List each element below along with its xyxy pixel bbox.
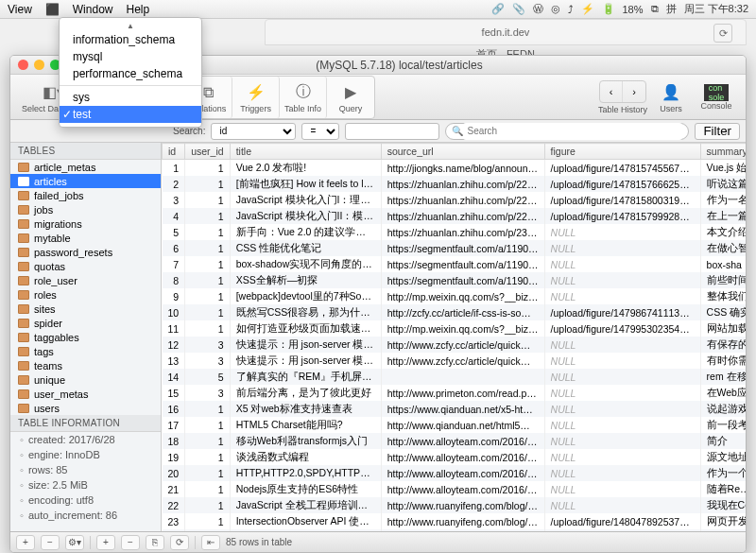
column-title[interactable]: title (230, 144, 381, 160)
table-quotas[interactable]: quotas (10, 259, 161, 273)
column-id[interactable]: id (163, 144, 185, 160)
table-row[interactable]: 61CSS 性能优化笔记https://segmentfault.com/a/1… (163, 240, 747, 256)
table-taggables[interactable]: taggables (10, 330, 161, 344)
filter-operator-select[interactable]: = (301, 123, 339, 140)
table-row[interactable]: 153前后端分离，是为了彼此更好http://www.primeton.com/… (163, 385, 747, 401)
menubar-status-item[interactable]: 🔋 (602, 3, 615, 15)
remove-row-button[interactable]: − (121, 535, 140, 550)
db-option-performance_schema[interactable]: performance_schema (60, 65, 201, 82)
history-nav[interactable]: ‹› (599, 80, 646, 103)
table-row[interactable]: 71box-shadow实现不同角度的投影https://segmentfaul… (163, 256, 747, 272)
close-icon[interactable] (18, 60, 28, 70)
table-info-header: TABLE INFORMATION (10, 415, 161, 432)
table-role_user[interactable]: role_user (10, 273, 161, 287)
filter-value-input[interactable] (345, 123, 439, 140)
table-icon (18, 276, 29, 285)
table-tags[interactable]: tags (10, 344, 161, 358)
db-option-test[interactable]: test (60, 106, 201, 123)
table-mytable[interactable]: mytable (10, 231, 161, 245)
table-teams[interactable]: teams (10, 358, 161, 372)
menubar-status-item[interactable]: Ⓦ (533, 2, 543, 16)
table-row[interactable]: 123快速提示：用 json-server 模拟RES…http://www.z… (163, 337, 747, 353)
table-row[interactable]: 181移动Web利器transformjs入门http://www.alloyt… (163, 433, 747, 449)
scroll-up-icon[interactable]: ▲ (60, 22, 201, 31)
table-row[interactable]: 31JavaScript 模块化入门I：理解模块https://zhuanlan… (163, 192, 747, 208)
table-row[interactable]: 241中文技术文档的写作规范http://www.ruanyifeng.com/… (163, 529, 747, 531)
table-row[interactable]: 81XSS全解析—初探https://segmentfault.com/a/11… (163, 272, 747, 288)
table-row[interactable]: 231IntersectionObserver API 使用教程http://w… (163, 513, 747, 529)
filter-button[interactable]: Filter (695, 123, 740, 140)
data-table[interactable]: iduser_idtitlesource_urlfiguresummary 11… (162, 143, 746, 531)
minimize-icon[interactable] (34, 60, 44, 70)
table-row[interactable]: 21[前端也疯狂] How it feels to learn J…https:… (163, 176, 747, 192)
reload-button[interactable]: ⟳ (170, 535, 189, 550)
tab-table-info[interactable]: ⓘTable Info (280, 77, 327, 118)
table-spider[interactable]: spider (10, 316, 161, 330)
table-info-item: size: 2.5 MiB (10, 477, 161, 493)
table-articles[interactable]: articles (10, 174, 161, 188)
tab-query[interactable]: ▶Query (327, 77, 374, 118)
table-row[interactable]: 191谈浅函数式编程http://www.alloyteam.com/2016/… (163, 449, 747, 465)
menubar-status-item[interactable]: ⚡ (581, 3, 594, 15)
table-row[interactable]: 201HTTP,HTTP2.0,SPDY,HTTPS你应该该…http://ww… (163, 465, 747, 481)
tables-header: TABLES (10, 143, 161, 160)
db-option-sys[interactable]: sys (60, 89, 201, 106)
table-row[interactable]: 111如何打造亚秒级页面加载速度的网店？http://mp.weixin.qq.… (163, 320, 747, 337)
table-failed_jobs[interactable]: failed_jobs (10, 188, 161, 202)
filter-column-select[interactable]: id (211, 123, 296, 140)
database-dropdown[interactable]: ▲ information_schemamysqlperformance_sch… (59, 17, 202, 128)
table-password_resets[interactable]: password_resets (10, 245, 161, 259)
menubar-status-item[interactable]: 18% (623, 4, 644, 15)
table-actions-button[interactable]: ⚙▾ (65, 535, 84, 550)
users-button[interactable]: 👤Users (649, 77, 693, 118)
column-figure[interactable]: figure (544, 144, 700, 160)
add-row-button[interactable]: + (96, 535, 115, 550)
remove-table-button[interactable]: − (41, 535, 60, 550)
table-row[interactable]: 161X5 对web标准支持速查表https://www.qianduan.ne… (163, 401, 747, 417)
pagination-prev-button[interactable]: ⇤ (201, 535, 220, 550)
menubar-status-item[interactable]: 周三 下午8:32 (684, 2, 748, 16)
table-row[interactable]: 101既然写CSS很容易，那为什么大家还是…http://zcfy.cc/art… (163, 304, 747, 320)
tab-triggers[interactable]: ⚡Triggers (232, 77, 280, 118)
menu-view[interactable]: View (8, 3, 32, 16)
menubar-status-item[interactable]: ⤴ (568, 4, 574, 15)
console-button[interactable]: consoleConsole (695, 77, 738, 118)
table-row[interactable]: 41JavaScript 模块化入门II：模块打包构建https://zhuan… (163, 208, 747, 224)
column-summary[interactable]: summary (700, 144, 746, 160)
add-table-button[interactable]: + (16, 535, 35, 550)
table-row[interactable]: 51新手向：Vue 2.0 的建议学习顺序https://zhuanlan.zh… (163, 224, 747, 240)
table-user_metas[interactable]: user_metas (10, 387, 161, 401)
menu-help[interactable]: Help (126, 3, 149, 16)
table-sites[interactable]: sites (10, 302, 161, 316)
db-option-information_schema[interactable]: information_schema (60, 31, 201, 48)
table-unique[interactable]: unique (10, 372, 161, 387)
table-article_metas[interactable]: article_metas (10, 160, 161, 174)
menubar-status-item[interactable]: 拼 (666, 2, 677, 16)
table-jobs[interactable]: jobs (10, 202, 161, 216)
table-roles[interactable]: roles (10, 287, 161, 302)
table-row[interactable]: 145了解真实的『REM』手机屏幕适配NULLrem 在移 (163, 369, 747, 385)
refresh-icon[interactable]: ⟳ (713, 24, 732, 43)
db-option-mysql[interactable]: mysql (60, 48, 201, 65)
table-row[interactable]: 211Nodejs原生支持的ES6特性http://www.alloyteam.… (163, 481, 747, 497)
table-users[interactable]: users (10, 401, 161, 415)
table-migrations[interactable]: migrations (10, 216, 161, 231)
column-user_id[interactable]: user_id (185, 144, 230, 160)
table-row[interactable]: 91[webpack]devtool里的7种SourceMa…http://mp… (163, 288, 747, 304)
menu-window[interactable]: Window (73, 3, 113, 16)
search-box[interactable]: 🔍 (445, 123, 689, 140)
table-history-label: Table History (598, 105, 647, 114)
table-row[interactable]: 171HTML5 Charset能用吗?http://www.qianduan.… (163, 417, 747, 433)
menubar-status-item[interactable]: 🔗 (491, 3, 505, 15)
menubar-status-item[interactable]: 📎 (512, 3, 525, 15)
menu-⬛[interactable]: ⬛ (45, 3, 60, 16)
column-source_url[interactable]: source_url (381, 144, 544, 160)
table-row[interactable]: 221JavaScript 全栈工程师培训教程http://www.ruanyi… (163, 497, 747, 513)
menubar-status-item[interactable]: ⧉ (651, 3, 659, 15)
console-icon: console (704, 84, 729, 101)
table-row[interactable]: 133快速提示：用 json-server 模拟 RES…http://www.… (163, 353, 747, 369)
search-input[interactable] (463, 123, 682, 140)
table-row[interactable]: 11Vue 2.0 发布啦!http://jiongks.name/blog/a… (163, 160, 747, 177)
duplicate-row-button[interactable]: ⎘ (146, 535, 164, 550)
menubar-status-item[interactable]: ◎ (551, 3, 560, 15)
